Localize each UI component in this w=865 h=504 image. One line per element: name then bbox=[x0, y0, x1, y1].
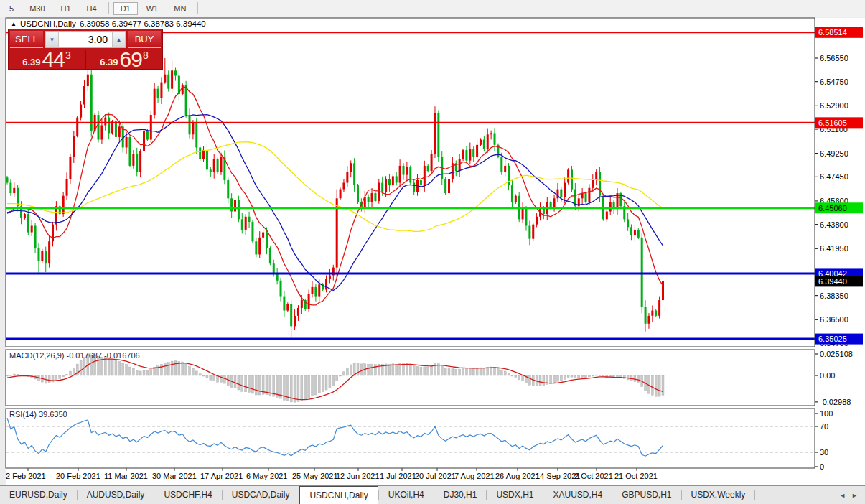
volume-decrease-icon[interactable]: ▼ bbox=[45, 32, 59, 47]
macd-bar bbox=[62, 375, 65, 377]
date-axis-label: 2 Feb 2021 bbox=[6, 472, 46, 480]
sell-price-prefix: 6.39 bbox=[22, 57, 40, 67]
macd-bar bbox=[13, 374, 15, 375]
candle-body bbox=[515, 196, 517, 202]
macd-bar bbox=[368, 364, 370, 375]
macd-bar bbox=[111, 359, 113, 375]
candle-body bbox=[342, 183, 345, 190]
timeframe-button-h1[interactable]: H1 bbox=[54, 2, 78, 15]
date-axis-label: 26 Aug 2021 bbox=[495, 472, 540, 480]
candle-body bbox=[564, 183, 566, 197]
chart-tab-usdcnh-daily[interactable]: USDCNH,Daily bbox=[299, 486, 378, 504]
price-level-label-text: 6.35025 bbox=[818, 335, 847, 343]
macd-bar bbox=[104, 358, 106, 375]
chart-tab-ukoil-h4[interactable]: UKOil,H4 bbox=[379, 486, 434, 504]
candle-body bbox=[171, 70, 173, 88]
candle-body bbox=[543, 209, 545, 214]
mt4-terminal-window: { "toolbar": { "timeframes": [ {"label":… bbox=[0, 0, 865, 504]
chart-tab-usdcad-daily[interactable]: USDCAD,Daily bbox=[223, 486, 299, 504]
macd-bar bbox=[245, 375, 247, 392]
candle-body bbox=[76, 118, 78, 136]
macd-bar bbox=[17, 374, 19, 375]
chart-tab-usdchf-h4[interactable]: USDCHF,H4 bbox=[154, 486, 221, 504]
candle-body bbox=[645, 307, 647, 324]
timeframe-button-w1[interactable]: W1 bbox=[139, 2, 166, 15]
macd-bar bbox=[452, 369, 454, 375]
candle-body bbox=[532, 225, 534, 239]
timeframe-button-d1[interactable]: D1 bbox=[113, 2, 138, 15]
macd-bar bbox=[637, 375, 640, 383]
date-axis-label: 12 Jun 2021 bbox=[336, 472, 380, 480]
rsi-axis-tick: 30 bbox=[820, 448, 828, 457]
candle-body bbox=[308, 294, 310, 309]
candle-body bbox=[465, 150, 467, 161]
candle-body bbox=[199, 147, 201, 159]
candle-body bbox=[210, 169, 212, 172]
tab-scroll-left-icon[interactable]: ◄ bbox=[839, 492, 846, 499]
macd-bar bbox=[346, 368, 348, 375]
candle-body bbox=[353, 163, 355, 185]
macd-bar bbox=[132, 368, 134, 375]
candle-body bbox=[13, 188, 15, 193]
volume-increase-icon[interactable]: ▲ bbox=[112, 32, 126, 47]
candle-body bbox=[185, 85, 187, 115]
sell-button[interactable]: SELL bbox=[10, 31, 43, 48]
candle-body bbox=[45, 251, 47, 263]
candle-body bbox=[357, 185, 359, 202]
candle-body bbox=[406, 167, 408, 175]
chart-tab-gbpusd-h1[interactable]: GBPUSD,H1 bbox=[612, 486, 681, 504]
candle-body bbox=[157, 89, 159, 98]
candle-body bbox=[143, 131, 145, 151]
macd-bar bbox=[9, 375, 11, 376]
candle-body bbox=[174, 70, 177, 75]
chart-tab-eurusd-daily[interactable]: EURUSD,Daily bbox=[0, 486, 77, 504]
candle-body bbox=[374, 193, 376, 201]
candle-body bbox=[525, 209, 527, 226]
candle-body bbox=[472, 149, 474, 157]
candle-body bbox=[245, 217, 247, 230]
timeframe-button-mn[interactable]: MN bbox=[167, 2, 193, 15]
collapse-triangle-icon[interactable]: ▲ bbox=[11, 21, 17, 27]
timeframe-button-5[interactable]: 5 bbox=[2, 2, 21, 15]
buy-button[interactable]: BUY bbox=[128, 31, 161, 48]
chart-title: ▲ USDCNH,Daily 6.39058 6.39477 6.38783 6… bbox=[11, 19, 206, 28]
candle-body bbox=[325, 279, 327, 290]
chart-tab-bar: EURUSD,DailyAUDUSD,DailyUSDCHF,H4USDCAD,… bbox=[0, 485, 865, 504]
candle-body bbox=[294, 316, 296, 327]
candle-body bbox=[641, 238, 643, 307]
macd-bar bbox=[399, 363, 401, 375]
candle-body bbox=[167, 75, 169, 89]
chart-tab-usdx-weekly[interactable]: USDX,Weekly bbox=[682, 486, 755, 504]
macd-bar bbox=[599, 375, 601, 376]
buy-price[interactable]: 6.39 69 8 bbox=[86, 50, 162, 69]
macd-bar bbox=[329, 375, 331, 388]
candle-body bbox=[420, 180, 422, 185]
chart-tab-usdx-h1[interactable]: USDX,H1 bbox=[487, 486, 543, 504]
macd-bar bbox=[595, 375, 597, 375]
macd-bar bbox=[118, 361, 121, 375]
trade-buttons-row: SELL ▼ 3.00 ▲ BUY bbox=[9, 29, 162, 50]
date-axis-label: 6 May 2021 bbox=[246, 472, 287, 480]
candle-body bbox=[371, 193, 373, 202]
chart-tab-dj30-h1[interactable]: DJ30,H1 bbox=[434, 486, 487, 504]
candle-body bbox=[522, 209, 524, 220]
candle-body bbox=[595, 172, 597, 180]
macd-bar bbox=[424, 367, 426, 375]
macd-bar bbox=[251, 375, 253, 393]
trade-prices-row: 6.39 44 3 6.39 69 8 bbox=[9, 50, 162, 69]
timeframe-button-m30[interactable]: M30 bbox=[22, 2, 52, 15]
macd-bar bbox=[167, 363, 169, 375]
chart-tab-audusd-daily[interactable]: AUDUSD,Daily bbox=[78, 486, 154, 504]
chart-tab-xauusd-h4[interactable]: XAUUSD,H4 bbox=[543, 486, 612, 504]
sell-price-big: 44 bbox=[42, 51, 65, 67]
price-axis-tick: 6.52900 bbox=[820, 101, 848, 110]
volume-value[interactable]: 3.00 bbox=[59, 32, 112, 47]
candle-body bbox=[340, 190, 342, 199]
candle-body bbox=[241, 219, 243, 230]
tab-scroll-right-icon[interactable]: ► bbox=[851, 492, 858, 499]
timeframe-button-h4[interactable]: H4 bbox=[80, 2, 104, 15]
sell-price[interactable]: 6.39 44 3 bbox=[9, 50, 86, 69]
candle-body bbox=[108, 118, 110, 134]
macd-bar bbox=[128, 367, 131, 375]
chart-canvas[interactable]: 6.565506.547506.529006.511006.492506.474… bbox=[0, 0, 865, 485]
